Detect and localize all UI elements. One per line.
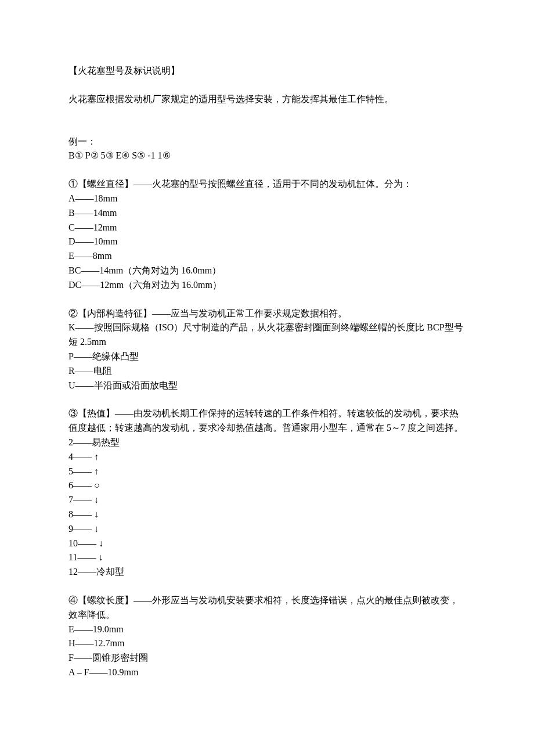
section-line: 8—— ↓: [68, 507, 466, 522]
section-line: 11—— ↓: [68, 550, 466, 565]
section-line: U——半沿面或沿面放电型: [68, 379, 466, 393]
section-line: R——电阻: [68, 364, 466, 379]
section-line: C——12mm: [68, 221, 466, 235]
section-line: 7—— ↓: [68, 493, 466, 507]
section-heading: ④【螺纹长度】——外形应当与发动机安装要求相符，长度选择错误，点火的最佳点则被改…: [68, 593, 466, 622]
section-line: P——绝缘体凸型: [68, 350, 466, 364]
section-line: A——18mm: [68, 192, 466, 206]
section-line: 2——易热型: [68, 435, 466, 450]
section-line: F——圆锥形密封圈: [68, 651, 466, 665]
section-line: E——19.0mm: [68, 622, 466, 637]
section-line: 12——冷却型: [68, 565, 466, 579]
section-line: 9—— ↓: [68, 522, 466, 537]
section-line: 6—— ○: [68, 478, 466, 493]
section-line: 4—— ↑: [68, 450, 466, 465]
section-line: B——14mm: [68, 206, 466, 221]
section-line: K——按照国际规格（ISO）尺寸制造的产品，从火花塞密封圈面到终端螺丝帽的长度比…: [68, 321, 466, 350]
section-heading: ②【内部构造特征】——应当与发动机正常工作要求规定数据相符。: [68, 307, 466, 321]
section-line: BC——14mm（六角对边为 16.0mm）: [68, 264, 466, 278]
section-line: 5—— ↑: [68, 465, 466, 479]
intro-paragraph: 火花塞应根据发动机厂家规定的适用型号选择安装，方能发挥其最佳工作特性。: [68, 92, 466, 107]
section-heading: ③【热值】——由发动机长期工作保持的运转转速的工作条件相符。转速较低的发动机，要…: [68, 406, 466, 435]
section-line: D——10mm: [68, 235, 466, 249]
section-line: A – F——10.9mm: [68, 665, 466, 680]
doc-title: 【火花塞型号及标识说明】: [68, 64, 466, 78]
example-label: 例一：: [68, 135, 466, 149]
document-page: 【火花塞型号及标识说明】 火花塞应根据发动机厂家规定的适用型号选择安装，方能发挥…: [0, 0, 534, 756]
section-line: DC——12mm（六角对边为 16.0mm）: [68, 278, 466, 293]
section-heading: ①【螺丝直径】——火花塞的型号按照螺丝直径，适用于不同的发动机缸体。分为：: [68, 177, 466, 192]
section-line: E——8mm: [68, 249, 466, 264]
section-line: H——12.7mm: [68, 636, 466, 651]
example-code: B① P② 5③ E④ S⑤ -1 1⑥: [68, 149, 466, 163]
section-line: 10—— ↓: [68, 537, 466, 551]
